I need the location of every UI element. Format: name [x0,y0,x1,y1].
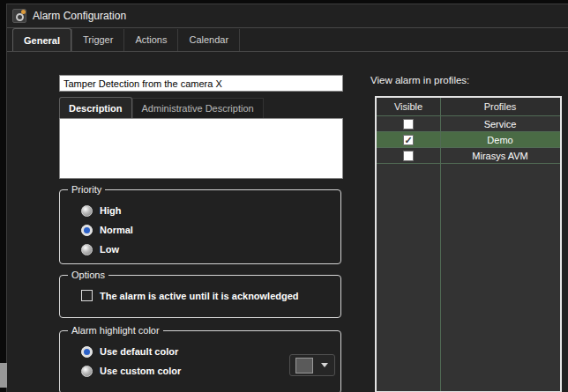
radio-label: High [100,205,121,216]
radio-label: Normal [100,225,133,235]
radio-icon-selected[interactable] [81,225,93,236]
table-header-row: Visible Profiles [377,98,560,116]
tab-general[interactable]: General [12,28,71,51]
tabstrip-divider [7,51,568,52]
radio-label: Use default color [100,346,178,357]
radio-icon[interactable] [81,205,93,217]
column-divider [440,98,441,391]
column-header-profiles: Profiles [440,101,560,112]
checkbox-label: The alarm is active until it is acknowle… [100,291,299,301]
chevron-down-icon [321,363,328,367]
profile-name: Service [440,119,560,129]
tab-actions[interactable]: Actions [124,29,178,51]
alarm-configuration-window: Alarm Configuration General Trigger Acti… [6,4,568,392]
priority-legend: Priority [68,184,105,195]
tab-trigger[interactable]: Trigger [71,29,124,51]
profile-name: Mirasys AVM [440,151,560,161]
profiles-table: Visible Profiles Service ✓ Demo Mirasys … [375,96,562,392]
orange-dot [21,10,26,14]
main-tab-strip: General Trigger Actions Calendar [7,28,568,51]
radio-priority-high[interactable]: High [81,201,340,220]
radio-label: Use custom color [100,366,181,376]
highlight-color-group: Alarm highlight color Use default color … [59,330,341,392]
radio-icon[interactable] [81,244,93,255]
custom-color-dropdown[interactable] [289,354,335,376]
description-textarea[interactable] [59,118,343,179]
tab-administrative-description[interactable]: Administrative Description [132,98,264,118]
radio-label: Low [100,244,119,255]
acknowledge-checkbox-row[interactable]: The alarm is active until it is acknowle… [81,290,340,301]
left-edge-fragment [0,363,7,388]
radio-priority-low[interactable]: Low [81,240,340,259]
tab-description[interactable]: Description [59,97,132,118]
gear-icon [12,9,26,23]
tab-calendar[interactable]: Calendar [178,29,240,51]
table-row-demo[interactable]: ✓ Demo [377,132,560,148]
alarm-name-input[interactable] [59,75,343,92]
visible-checkbox[interactable] [403,119,414,129]
highlight-legend: Alarm highlight color [68,325,163,336]
visible-checkbox[interactable] [403,151,414,161]
column-header-visible: Visible [377,101,440,112]
profiles-panel-label: View alarm in profiles: [370,75,469,85]
visible-checkbox-checked[interactable]: ✓ [403,135,414,145]
profile-name: Demo [440,135,560,145]
title-bar: Alarm Configuration [7,4,568,27]
radio-icon-selected[interactable] [81,346,93,358]
options-legend: Options [68,270,108,280]
gear-glyph [16,13,24,21]
checkbox-icon[interactable] [81,290,93,301]
description-tab-strip: Description Administrative Description [59,97,264,118]
priority-group: Priority High Normal Low [59,189,341,264]
color-swatch [295,358,313,374]
table-row-service[interactable]: Service [377,116,560,132]
radio-icon[interactable] [81,366,93,377]
table-row-mirasys-avm[interactable]: Mirasys AVM [377,148,560,164]
window-title: Alarm Configuration [33,10,126,22]
radio-priority-normal[interactable]: Normal [81,220,340,240]
options-group: Options The alarm is active until it is … [59,275,341,318]
